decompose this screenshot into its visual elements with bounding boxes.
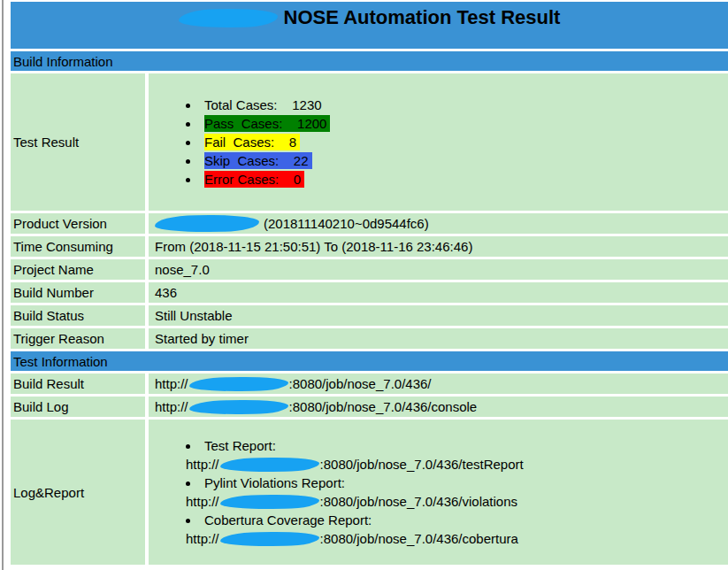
project-name-label: Project Name <box>11 259 145 280</box>
cobertura-report-url-link[interactable]: http://:8080/job/nose_7.0/436/cobertura <box>186 529 728 548</box>
url-prefix: http:// <box>186 531 219 546</box>
test-result-report: NOSE Automation Test Result Build Inform… <box>11 2 728 567</box>
product-version-label: Product Version <box>11 213 145 234</box>
skip-cases-text: Skip Cases: 22 <box>204 152 312 169</box>
list-item-fail-cases: Fail Cases: 8 <box>186 133 728 151</box>
section-test-information: Test Information <box>11 351 728 371</box>
url-prefix: http:// <box>186 457 219 472</box>
redacted-host <box>219 531 318 546</box>
list-item-pass-cases: Pass Cases: 1200 <box>186 114 728 133</box>
list-item-total-cases: Total Cases: 1230 <box>186 96 728 114</box>
fail-cases-text: Fail Cases: 8 <box>204 134 300 150</box>
pylint-report-url-link[interactable]: http://:8080/job/nose_7.0/436/violations <box>186 492 728 511</box>
build-log-label: Build Log <box>11 397 145 417</box>
redacted-host <box>219 494 318 509</box>
trigger-reason-label: Trigger Reason <box>11 328 145 349</box>
test-result-value: Total Cases: 1230 Pass Cases: 1200 Fail … <box>149 73 728 211</box>
list-item-pylint-violations-report: Pylint Violations Report: http://:8080/j… <box>186 474 728 511</box>
build-status-row: Build Status Still Unstable <box>11 305 728 326</box>
list-item-cobertura-coverage-report: Cobertura Coverage Report: http://:8080/… <box>186 511 728 548</box>
project-name-row: Project Name nose_7.0 <box>11 259 728 280</box>
pass-cases-text: Pass Cases: 1200 <box>204 115 330 132</box>
product-version-value: (201811140210~0d9544fc6) <box>149 213 728 234</box>
build-number-label: Build Number <box>11 282 145 303</box>
test-result-row: Test Result Total Cases: 1230 Pass Cases… <box>11 73 728 211</box>
product-version-text: (201811140210~0d9544fc6) <box>264 216 429 231</box>
build-status-label: Build Status <box>11 305 145 326</box>
build-result-row: Build Result http://:8080/job/nose_7.0/4… <box>11 374 728 394</box>
url-suffix: :8080/job/nose_7.0/436/ <box>289 376 432 391</box>
url-prefix: http:// <box>186 494 219 509</box>
url-prefix: http:// <box>155 399 188 414</box>
url-suffix: :8080/job/nose_7.0/436/cobertura <box>320 531 518 546</box>
url-suffix: :8080/job/nose_7.0/436/violations <box>320 494 518 509</box>
build-log-value: http://:8080/job/nose_7.0/436/console <box>149 397 728 417</box>
redacted-product-name <box>178 8 277 27</box>
test-report-url-link[interactable]: http://:8080/job/nose_7.0/436/testReport <box>186 455 728 474</box>
build-number-row: Build Number 436 <box>11 282 728 303</box>
build-log-url-link[interactable]: http://:8080/job/nose_7.0/436/console <box>155 399 477 414</box>
build-log-row: Build Log http://:8080/job/nose_7.0/436/… <box>11 397 728 417</box>
time-consuming-label: Time Consuming <box>11 236 145 257</box>
trigger-reason-row: Trigger Reason Started by timer <box>11 328 728 349</box>
build-result-label: Build Result <box>11 374 145 394</box>
pylint-report-title: Pylint Violations Report: <box>204 475 345 490</box>
total-cases-text: Total Cases: 1230 <box>204 96 326 113</box>
title-line: NOSE Automation Test Result <box>179 6 561 29</box>
url-suffix: :8080/job/nose_7.0/436/console <box>289 399 478 414</box>
build-status-value: Still Unstable <box>149 305 728 326</box>
list-item-test-report: Test Report: http://:8080/job/nose_7.0/4… <box>186 436 728 474</box>
log-report-row: Log&Report Test Report: http://:8080/job… <box>11 420 728 565</box>
log-report-value: Test Report: http://:8080/job/nose_7.0/4… <box>149 420 728 565</box>
time-consuming-value: From (2018-11-15 21:50:51) To (2018-11-1… <box>149 236 728 257</box>
cases-list: Total Cases: 1230 Pass Cases: 1200 Fail … <box>149 96 728 189</box>
report-header: NOSE Automation Test Result <box>11 2 728 49</box>
test-report-title: Test Report: <box>204 438 276 453</box>
page-left-border <box>2 0 4 570</box>
log-report-label: Log&Report <box>11 420 145 565</box>
section-build-information: Build Information <box>11 51 728 71</box>
redacted-host <box>219 457 318 472</box>
project-name-value: nose_7.0 <box>149 259 728 280</box>
list-item-error-cases: Error Cases: 0 <box>186 170 728 189</box>
redacted-host <box>188 399 287 414</box>
build-number-value: 436 <box>149 282 728 303</box>
build-result-value: http://:8080/job/nose_7.0/436/ <box>149 374 728 394</box>
time-consuming-row: Time Consuming From (2018-11-15 21:50:51… <box>11 236 728 257</box>
test-result-label: Test Result <box>11 73 145 211</box>
cobertura-report-title: Cobertura Coverage Report: <box>204 512 372 528</box>
product-version-row: Product Version (201811140210~0d9544fc6) <box>11 213 728 234</box>
trigger-reason-value: Started by timer <box>149 328 728 349</box>
error-cases-text: Error Cases: 0 <box>204 171 304 188</box>
email-report-page: NOSE Automation Test Result Build Inform… <box>0 0 728 570</box>
url-suffix: :8080/job/nose_7.0/436/testReport <box>320 457 524 472</box>
page-title: NOSE Automation Test Result <box>284 6 561 29</box>
build-result-url-link[interactable]: http://:8080/job/nose_7.0/436/ <box>155 376 432 391</box>
redacted-host <box>188 376 287 391</box>
report-list: Test Report: http://:8080/job/nose_7.0/4… <box>149 436 728 548</box>
url-prefix: http:// <box>155 376 188 391</box>
redacted-product-version <box>155 214 259 232</box>
list-item-skip-cases: Skip Cases: 22 <box>186 151 728 170</box>
